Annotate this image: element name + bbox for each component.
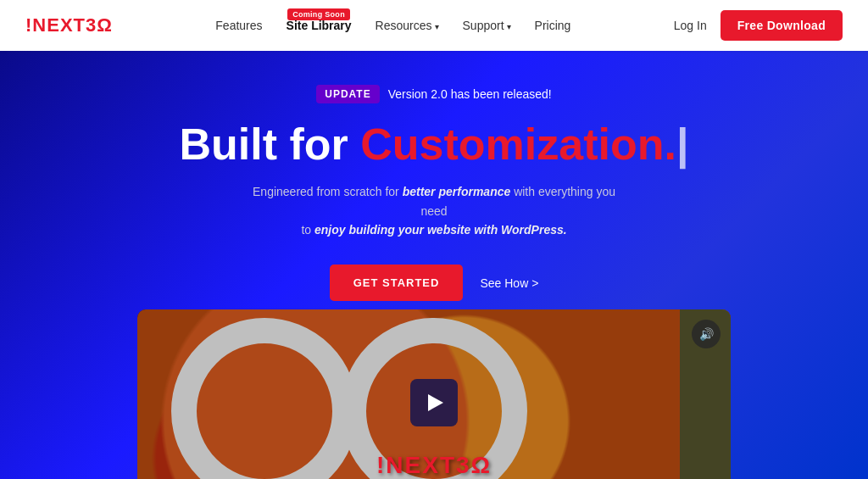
sound-button[interactable]: 🔊 (692, 320, 721, 348)
headline-part2: Customization. (360, 120, 676, 169)
nav-actions: Log In Free Download (674, 10, 843, 41)
nav-item-resources[interactable]: Resources▾ (376, 18, 439, 33)
nav-links: Features Coming Soon Site Library Resour… (215, 18, 570, 33)
resources-link[interactable]: Resources▾ (376, 19, 439, 32)
nav-item-support[interactable]: Support▾ (463, 18, 511, 33)
update-message: Version 2.0 has been released! (388, 87, 552, 101)
see-how-link[interactable]: See How > (480, 276, 538, 290)
video-section[interactable]: 🔊 !NΕΧΤ3Ω (137, 309, 731, 479)
resources-dropdown-arrow: ▾ (435, 22, 439, 31)
pricing-link[interactable]: Pricing (535, 19, 571, 32)
features-link[interactable]: Features (215, 19, 262, 32)
play-button[interactable] (410, 379, 458, 426)
hero-buttons: GET STARTED See How > (330, 265, 539, 301)
update-badge: UPDATE (316, 85, 379, 103)
subtext-bold2: enjoy building your website with WordPre… (314, 223, 567, 237)
site-library-wrap: Coming Soon Site Library (287, 19, 352, 32)
headline-h1: Built for Customization.| (180, 120, 689, 169)
video-background: 🔊 !NΕΧΤ3Ω (137, 309, 731, 479)
hero-headline: Built for Customization.| (180, 120, 689, 169)
subtext-bold1: better performance (403, 185, 511, 198)
update-badge-wrap: UPDATE Version 2.0 has been released! (316, 85, 551, 103)
cursor-char: | (676, 120, 689, 169)
site-library-link[interactable]: Site Library (287, 19, 352, 32)
sound-icon: 🔊 (699, 327, 714, 341)
nav-item-features[interactable]: Features (215, 18, 262, 33)
get-started-button[interactable]: GET STARTED (330, 265, 464, 301)
video-logo: !NΕΧΤ3Ω (376, 452, 492, 479)
support-link[interactable]: Support▾ (463, 19, 511, 32)
headline-part1: Built for (180, 120, 361, 169)
free-download-button[interactable]: Free Download (721, 10, 843, 41)
logo-text: !NΕΧΤ3Ω (25, 14, 113, 36)
site-logo: !NΕΧΤ3Ω (25, 14, 113, 36)
support-dropdown-arrow: ▾ (507, 22, 511, 31)
nav-item-pricing[interactable]: Pricing (535, 18, 571, 33)
play-icon (428, 394, 443, 411)
navbar: !NΕΧΤ3Ω Features Coming Soon Site Librar… (0, 0, 868, 51)
hero-section: UPDATE Version 2.0 has been released! Bu… (0, 51, 868, 479)
login-button[interactable]: Log In (674, 19, 707, 32)
nav-item-site-library[interactable]: Coming Soon Site Library (287, 19, 352, 32)
hero-subtext: Engineered from scratch for better perfo… (239, 182, 629, 239)
coming-soon-badge: Coming Soon (287, 8, 350, 20)
